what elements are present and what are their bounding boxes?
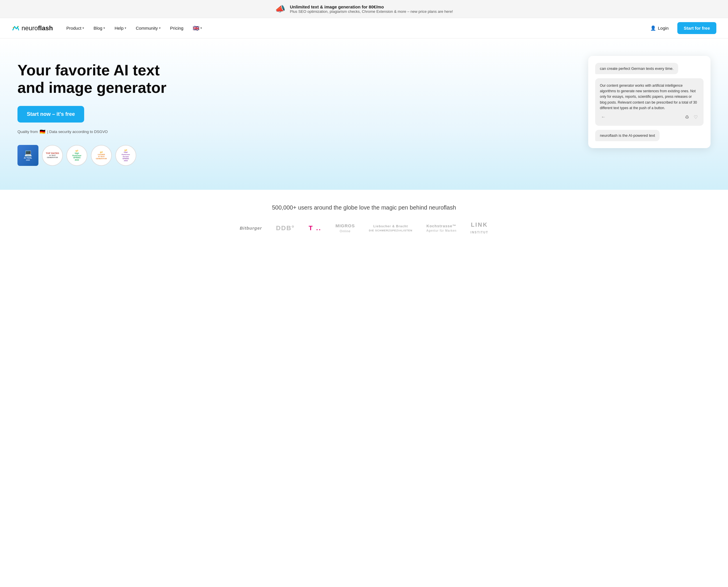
top-banner: 📣 Unlimited text & image generation for … — [0, 0, 728, 18]
badge-high-performer-europe: g2 HighPerformerEuropeSPRING2023 — [115, 145, 136, 166]
chevron-down-icon: ▾ — [159, 26, 161, 30]
badges-row: 💻 AI TOOL 2023 TOP RATED AI TEXTGENERATO… — [18, 145, 169, 166]
logo-icon — [12, 24, 20, 32]
chat-actions: ← ♻ ♡ — [600, 113, 699, 121]
badge-high-performer-spring: g2 HighPerformerSPRING2023 — [66, 145, 87, 166]
hero-left: Your favorite AI text and image generato… — [18, 56, 169, 166]
hero-chat-card: can create perfect German texts every ti… — [588, 56, 710, 148]
logo[interactable]: neuroflash — [12, 24, 53, 32]
login-button[interactable]: 👤 Login — [646, 23, 673, 33]
logo-bitburger: Bitburger — [240, 226, 262, 231]
hero-section: Your favorite AI text and image generato… — [0, 39, 728, 190]
chevron-down-icon: ▾ — [200, 26, 202, 30]
badge-top-rated: TOP RATED AI TEXTGENERATOR — [42, 145, 63, 166]
logo-telekom: T .. — [309, 225, 321, 232]
chevron-down-icon: ▾ — [83, 26, 84, 30]
badge-ai-tool: 💻 AI TOOL 2023 — [18, 145, 39, 166]
logo-text: neuroflash — [22, 24, 53, 32]
social-proof-section: 500,000+ users around the globe love the… — [0, 190, 728, 250]
nav-links: Product ▾ Blog ▾ Help ▾ Community ▾ Pric… — [62, 23, 646, 34]
hero-title: Your favorite AI text and image generato… — [18, 62, 169, 97]
logo-migros: MIGROSOnline — [336, 223, 355, 233]
logo-liebscher: Liebscher & BrachtDIE SCHMERZSPEZIALISTE… — [369, 224, 413, 233]
nav-item-blog[interactable]: Blog ▾ — [89, 23, 109, 33]
hero-cta-button[interactable]: Start now – it's free — [18, 106, 84, 122]
heart-icon-button[interactable]: ♡ — [692, 113, 699, 121]
logos-row: Bitburger DDB° T .. MIGROSOnline Liebsch… — [18, 221, 710, 235]
social-proof-title: 500,000+ users around the globe love the… — [18, 204, 710, 211]
nav-item-pricing[interactable]: Pricing — [166, 23, 187, 33]
megaphone-icon: 📣 — [275, 4, 286, 14]
logo-ddb: DDB° — [276, 225, 295, 232]
start-for-free-button[interactable]: Start for free — [677, 22, 716, 34]
logo-link: LINKINSTITUT — [471, 221, 488, 235]
chat-icon-group: ♻ ♡ — [684, 113, 699, 121]
chevron-down-icon: ▾ — [104, 26, 105, 30]
logo-kochstrasse: Kochstrasse™Agentur für Marken — [426, 224, 457, 233]
nav-right: 👤 Login Start for free — [646, 22, 716, 34]
nav-item-community[interactable]: Community ▾ — [132, 23, 165, 33]
chat-bubble-1: can create perfect German texts every ti… — [595, 63, 678, 74]
hero-quality-text: Quality from 🇩🇪 | Data security accordin… — [18, 129, 169, 135]
navbar: neuroflash Product ▾ Blog ▾ Help ▾ Commu… — [0, 18, 728, 39]
back-arrow-button[interactable]: ← — [600, 113, 607, 121]
user-icon: 👤 — [650, 25, 656, 31]
nav-item-help[interactable]: Help ▾ — [110, 23, 131, 33]
chevron-down-icon: ▾ — [124, 26, 127, 30]
banner-subtitle: Plus SEO optimization, plagiarism checks… — [290, 9, 453, 14]
flag-icon: 🇬🇧 — [193, 25, 199, 31]
svg-point-1 — [18, 26, 19, 27]
badge-leader: g2 LEADERAI TEXTGENERATOR — [91, 145, 112, 166]
banner-title: Unlimited text & image generation for 80… — [290, 4, 453, 9]
nav-item-product[interactable]: Product ▾ — [62, 23, 89, 33]
nav-item-language[interactable]: 🇬🇧 ▾ — [189, 23, 206, 34]
chat-bubble-2: Our content generator works with artific… — [595, 78, 704, 126]
recycle-icon-button[interactable]: ♻ — [684, 113, 690, 121]
banner-text: Unlimited text & image generation for 80… — [290, 4, 453, 14]
svg-point-0 — [13, 27, 14, 28]
chat-bubble-3: neuroflash is the AI-powered text — [595, 130, 660, 141]
